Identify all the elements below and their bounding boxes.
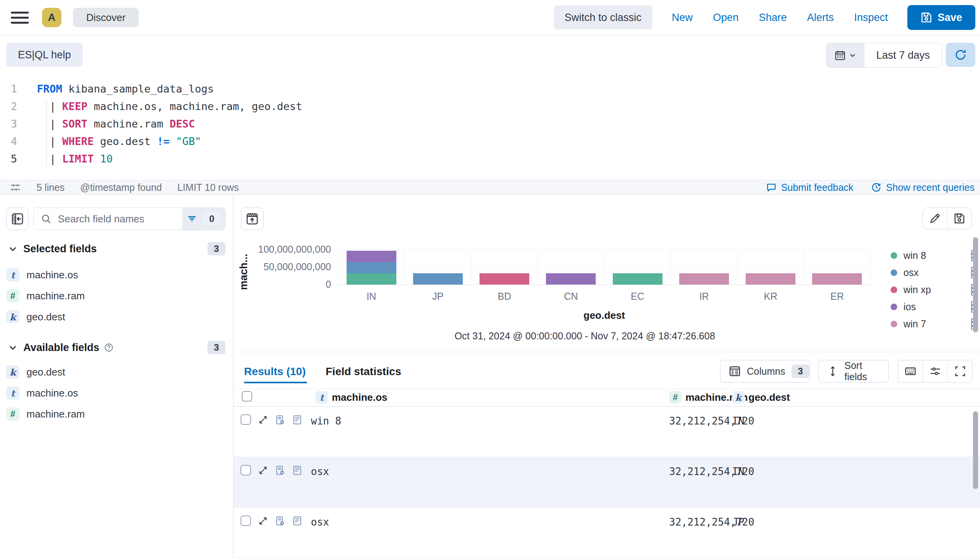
- doc-pin-icon[interactable]: [275, 516, 285, 526]
- sort-fields-button[interactable]: Sort fields: [818, 360, 889, 383]
- field-item-geo.dest[interactable]: kgeo.dest: [6, 363, 224, 381]
- editor-line[interactable]: 4 | WHERE geo.dest != "GB": [0, 133, 980, 150]
- bar-segment-ios-CN[interactable]: [546, 273, 596, 285]
- edit-visualization-button[interactable]: [923, 208, 947, 229]
- bar-segment-win-7-KR[interactable]: [746, 273, 795, 285]
- keyboard-shortcuts-button[interactable]: [898, 360, 922, 382]
- doc-view-icon[interactable]: [292, 516, 302, 526]
- save-button[interactable]: Save: [907, 5, 975, 30]
- field-item-machine.ram[interactable]: #machine.ram: [6, 287, 224, 305]
- editor-line[interactable]: 5 | LIMIT 10: [0, 150, 980, 168]
- bar-segment-win-xp-BD[interactable]: [480, 273, 529, 285]
- topbar-link-inspect[interactable]: Inspect: [854, 12, 888, 24]
- esql-help-button[interactable]: ES|QL help: [6, 43, 83, 67]
- switch-to-classic-button[interactable]: Switch to classic: [554, 5, 652, 30]
- doc-pin-icon[interactable]: [275, 415, 285, 425]
- editor-settings-icon[interactable]: [10, 182, 21, 193]
- row-checkbox[interactable]: [241, 515, 251, 526]
- field-filter-button[interactable]: 0: [182, 208, 225, 230]
- chart-scrollbar[interactable]: [973, 237, 978, 332]
- floppy-icon: [954, 213, 965, 224]
- column-header-machine.os[interactable]: tmachine.os: [316, 391, 387, 404]
- legend-item-win-7[interactable]: win 7: [891, 317, 975, 330]
- doc-view-icon[interactable]: [292, 465, 302, 475]
- doc-view-icon[interactable]: [292, 415, 302, 425]
- tab-results[interactable]: Results (10): [244, 365, 306, 378]
- bar-segment-osx-JP[interactable]: [413, 273, 463, 285]
- legend-item-ios[interactable]: ios: [891, 300, 975, 313]
- menu-icon[interactable]: [11, 9, 29, 27]
- date-picker-quick-menu[interactable]: [827, 43, 865, 67]
- bar-segment-ios-IN[interactable]: [347, 251, 396, 262]
- esql-query-editor[interactable]: 1FROM kibana_sample_data_logs2 | KEEP ma…: [0, 80, 980, 168]
- table-row[interactable]: osx32,212,254,720IN: [234, 457, 980, 508]
- tab-field-statistics[interactable]: Field statistics: [326, 365, 401, 378]
- legend-item-win-8[interactable]: win 8: [891, 249, 975, 262]
- table-row[interactable]: win 832,212,254,720IN: [234, 407, 980, 457]
- field-name: machine.ram: [26, 408, 85, 420]
- bar-segment-win-7-IR[interactable]: [679, 273, 729, 285]
- fullscreen-button[interactable]: [947, 360, 972, 382]
- chart-options-button[interactable]: [241, 208, 263, 230]
- field-item-machine.os[interactable]: tmachine.os: [6, 384, 224, 402]
- fullscreen-icon: [954, 365, 966, 377]
- tab-results-underline: [244, 382, 307, 383]
- bar-segment-osx-IN[interactable]: [347, 262, 396, 273]
- topbar-link-new[interactable]: New: [672, 12, 693, 24]
- expand-row-icon[interactable]: [258, 465, 268, 475]
- field-item-machine.ram[interactable]: #machine.ram: [6, 405, 224, 423]
- cell-geo_dest[interactable]: IN: [732, 415, 744, 427]
- bar-segment-win-8-IN[interactable]: [347, 273, 396, 285]
- field-item-geo.dest[interactable]: kgeo.dest: [6, 308, 224, 326]
- column-header-geo.dest[interactable]: kgeo.dest: [732, 391, 790, 404]
- editor-line[interactable]: 1FROM kibana_sample_data_logs: [0, 80, 980, 98]
- columns-icon: [729, 365, 741, 377]
- bar-segment-win-7-ER[interactable]: [812, 273, 862, 285]
- row-checkbox[interactable]: [241, 465, 251, 475]
- field-section-header[interactable]: Selected fields3: [8, 240, 225, 257]
- calendar-icon: [835, 50, 846, 61]
- legend-item-osx[interactable]: osx: [891, 266, 975, 279]
- show-recent-queries-link[interactable]: Show recent queries: [871, 182, 975, 193]
- help-icon[interactable]: [104, 343, 113, 352]
- cell-geo_dest[interactable]: IN: [732, 466, 744, 477]
- table-row[interactable]: osx32,212,254,720JP: [234, 508, 980, 558]
- breadcrumb[interactable]: Discover: [73, 8, 139, 27]
- bar-segment-win-8-EC[interactable]: [613, 273, 663, 285]
- cell-machine_os[interactable]: win 8: [311, 415, 341, 427]
- y-axis-tick-label: 100,000,000,000: [238, 244, 331, 255]
- cell-machine_os[interactable]: osx: [311, 466, 329, 477]
- gridline: [405, 250, 405, 285]
- legend-item-win-xp[interactable]: win xp: [891, 283, 975, 296]
- topbar-link-open[interactable]: Open: [713, 12, 739, 24]
- cell-geo_dest[interactable]: JP: [732, 516, 744, 528]
- columns-button[interactable]: Columns 3: [720, 360, 810, 383]
- code-text: | LIMIT 10: [37, 150, 113, 168]
- table-scrollbar[interactable]: [973, 411, 978, 489]
- row-checkbox[interactable]: [241, 414, 251, 425]
- collapse-sidebar-button[interactable]: [6, 208, 29, 230]
- editor-line[interactable]: 3 | SORT machine.ram DESC: [0, 115, 980, 133]
- field-section-header[interactable]: Available fields3: [8, 339, 225, 356]
- cell-machine_os[interactable]: osx: [311, 516, 329, 528]
- search-input[interactable]: Search field names: [34, 208, 182, 230]
- doc-pin-icon[interactable]: [275, 465, 285, 475]
- field-item-machine.os[interactable]: tmachine.os: [6, 266, 224, 284]
- date-picker[interactable]: Last 7 days: [826, 43, 942, 68]
- keyboard-icon: [905, 365, 916, 377]
- save-visualization-button[interactable]: [947, 208, 971, 229]
- expand-row-icon[interactable]: [258, 415, 268, 425]
- topbar-link-share[interactable]: Share: [759, 12, 787, 24]
- refresh-button[interactable]: [946, 43, 975, 67]
- topbar-link-alerts[interactable]: Alerts: [807, 12, 834, 24]
- space-avatar[interactable]: A: [42, 8, 61, 27]
- filter-icon: [187, 213, 197, 224]
- time-range-value[interactable]: Last 7 days: [865, 43, 942, 67]
- line-count: 5 lines: [37, 182, 65, 193]
- select-all-checkbox[interactable]: [242, 391, 252, 402]
- expand-row-icon[interactable]: [258, 516, 268, 526]
- submit-feedback-link[interactable]: Submit feedback: [766, 182, 853, 193]
- display-settings-button[interactable]: [922, 360, 947, 382]
- field-name: geo.dest: [26, 366, 65, 378]
- editor-line[interactable]: 2 | KEEP machine.os, machine.ram, geo.de…: [0, 98, 980, 115]
